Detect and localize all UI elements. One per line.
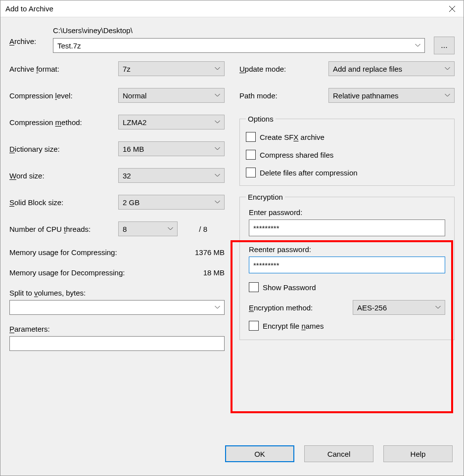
- browse-button[interactable]: ...: [434, 37, 455, 54]
- checkbox-icon: [246, 132, 256, 142]
- chevron-down-icon: [215, 67, 220, 71]
- solid-block-size-select[interactable]: 2 GB: [118, 195, 225, 210]
- archive-label: Archive:: [9, 26, 44, 45]
- close-icon: [449, 6, 455, 12]
- opt-delete-label: Delete files after compression: [260, 169, 358, 177]
- chevron-down-icon: [215, 174, 220, 177]
- compression-level-select[interactable]: Normal: [118, 88, 225, 103]
- opt-shared-label: Compress shared files: [260, 151, 333, 159]
- label-path-mode: Path mode:: [239, 91, 328, 100]
- close-button[interactable]: [441, 0, 464, 17]
- chevron-down-icon: [215, 201, 220, 204]
- options-group: Options Create SFX archive Compress shar…: [239, 115, 455, 186]
- archive-row: Archive: C:\Users\viney\Desktop\ Test.7z…: [9, 26, 455, 54]
- encryption-method-select[interactable]: AES-256: [353, 300, 445, 315]
- chevron-down-icon: [435, 306, 441, 309]
- label-mem-decompress: Memory usage for Decompressing:: [9, 268, 203, 277]
- dialog-body: Archive: C:\Users\viney\Desktop\ Test.7z…: [0, 17, 464, 351]
- update-mode-select[interactable]: Add and replace files: [328, 61, 455, 76]
- dictionary-size-select[interactable]: 16 MB: [118, 141, 225, 156]
- label-parameters: Parameters:: [9, 325, 225, 333]
- chevron-down-icon: [215, 147, 220, 151]
- compression-method-select[interactable]: LZMA2: [118, 115, 225, 130]
- label-cpu-threads: Number of CPU threads:: [9, 225, 118, 233]
- titlebar: Add to Archive: [0, 0, 464, 17]
- chevron-down-icon: [415, 44, 420, 47]
- cancel-button[interactable]: Cancel: [304, 445, 373, 462]
- opt-shared-row[interactable]: Compress shared files: [246, 150, 448, 160]
- label-compression-level: Compression level:: [9, 91, 118, 100]
- label-update-mode: Update mode:: [239, 65, 328, 73]
- archive-filename-combo[interactable]: Test.7z: [53, 38, 425, 53]
- chevron-down-icon: [445, 67, 450, 71]
- opt-sfx-row[interactable]: Create SFX archive: [246, 132, 448, 142]
- label-solid-block-size: Solid Block size:: [9, 198, 118, 207]
- checkbox-icon: [249, 321, 259, 331]
- show-password-row[interactable]: Show Password: [249, 282, 445, 292]
- reenter-password-input[interactable]: [249, 257, 445, 273]
- chevron-down-icon: [168, 227, 173, 231]
- checkbox-icon: [246, 150, 256, 160]
- mem-compress-value: 1376 MB: [195, 248, 225, 257]
- parameters-input[interactable]: [9, 336, 225, 351]
- show-password-label: Show Password: [263, 283, 316, 292]
- label-encryption-method: Encryption method:: [249, 303, 353, 312]
- cpu-threads-max: / 8: [178, 225, 207, 233]
- chevron-down-icon: [215, 306, 220, 309]
- chevron-down-icon: [445, 94, 450, 97]
- opt-sfx-label: Create SFX archive: [260, 133, 325, 141]
- ok-button[interactable]: OK: [225, 445, 294, 462]
- cpu-threads-select[interactable]: 8: [118, 221, 178, 236]
- encrypt-filenames-row[interactable]: Encrypt file names: [249, 321, 445, 331]
- checkbox-icon: [249, 282, 259, 292]
- encrypt-filenames-label: Encrypt file names: [263, 322, 324, 330]
- label-split-volumes: Split to volumes, bytes:: [9, 289, 225, 297]
- enter-password-input[interactable]: [249, 219, 445, 236]
- label-dictionary-size: Dictionary size:: [9, 145, 118, 153]
- word-size-select[interactable]: 32: [118, 168, 225, 183]
- help-button[interactable]: Help: [383, 445, 453, 462]
- label-word-size: Word size:: [9, 172, 118, 180]
- label-enter-password: Enter password:: [249, 208, 445, 216]
- chevron-down-icon: [215, 94, 220, 97]
- mem-decompress-value: 18 MB: [203, 268, 225, 277]
- label-reenter-password: Reenter password:: [249, 245, 445, 254]
- opt-delete-row[interactable]: Delete files after compression: [246, 168, 448, 177]
- archive-path: C:\Users\viney\Desktop\: [53, 26, 455, 35]
- encryption-legend: Encryption: [246, 193, 285, 201]
- label-mem-compress: Memory usage for Compressing:: [9, 248, 195, 257]
- checkbox-icon: [246, 168, 256, 177]
- label-archive-format: Archive format:: [9, 65, 118, 73]
- chevron-down-icon: [215, 121, 220, 124]
- path-mode-select[interactable]: Relative pathnames: [328, 88, 455, 103]
- options-legend: Options: [246, 115, 276, 123]
- window-title: Add to Archive: [5, 4, 441, 13]
- dialog-window: Add to Archive Archive: C:\Users\viney\D…: [0, 0, 464, 476]
- split-volumes-combo[interactable]: [9, 300, 225, 315]
- archive-format-select[interactable]: 7z: [118, 61, 225, 76]
- encryption-group: Encryption Enter password: Reenter passw…: [239, 193, 455, 340]
- label-compression-method: Compression method:: [9, 118, 118, 127]
- dialog-footer: OK Cancel Help: [0, 441, 464, 476]
- archive-filename: Test.7z: [57, 42, 81, 50]
